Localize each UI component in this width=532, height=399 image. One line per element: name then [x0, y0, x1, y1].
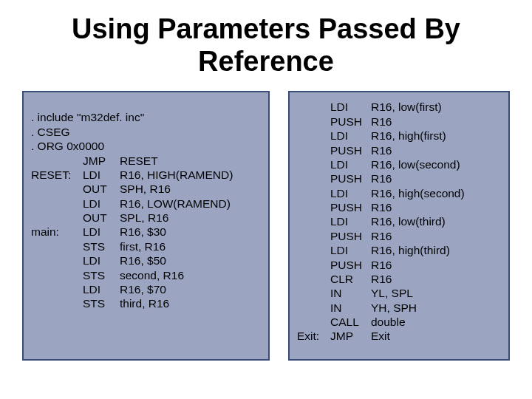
code-row: LDI R16, high(first): [297, 129, 501, 143]
code-row: LDI R16, high(second): [297, 186, 501, 200]
code-row: OUT SPL, R16: [31, 211, 261, 225]
row-arg: R16: [371, 143, 501, 157]
row-arg: R16, high(first): [371, 129, 501, 143]
row-op: PUSH: [330, 229, 371, 243]
row-label: [297, 100, 330, 114]
row-arg: YL, SPL: [371, 286, 501, 300]
code-row: STS third, R16: [31, 296, 261, 310]
code-row: Exit: JMP Exit: [297, 329, 501, 343]
row-arg: R16: [371, 258, 501, 272]
row-op: IN: [330, 301, 371, 315]
row-arg: R16: [371, 200, 501, 214]
row-label: [31, 253, 83, 267]
code-row: LDI R16, high(third): [297, 243, 501, 257]
row-label: [31, 296, 83, 310]
row-label: [31, 268, 83, 282]
row-arg: R16, low(first): [371, 100, 501, 114]
row-op: LDI: [83, 197, 120, 211]
row-arg: first, R16: [120, 239, 261, 253]
spacer: [31, 100, 261, 110]
code-row: LDI R16, $70: [31, 282, 261, 296]
code-row: PUSH R16: [297, 258, 501, 272]
row-op: OUT: [83, 182, 120, 196]
code-row: PUSH R16: [297, 229, 501, 243]
row-op: CLR: [330, 272, 371, 286]
row-op: LDI: [330, 186, 371, 200]
code-row: PUSH R16: [297, 171, 501, 185]
header-line: . ORG 0x0000: [31, 139, 261, 153]
row-label: main:: [31, 225, 83, 239]
code-row: LDI R16, low(third): [297, 214, 501, 228]
row-op: LDI: [330, 157, 371, 171]
row-label: [297, 286, 330, 300]
code-row: CLR R16: [297, 272, 501, 286]
row-arg: R16, high(third): [371, 243, 501, 257]
row-op: STS: [83, 268, 120, 282]
row-op: LDI: [83, 282, 120, 296]
code-row: IN YH, SPH: [297, 301, 501, 315]
code-row: PUSH R16: [297, 115, 501, 129]
row-op: LDI: [83, 253, 120, 267]
row-arg: Exit: [371, 329, 501, 343]
row-arg: SPL, R16: [120, 211, 261, 225]
row-op: PUSH: [330, 258, 371, 272]
row-label: [31, 239, 83, 253]
row-arg: R16, high(second): [371, 186, 501, 200]
row-label: [297, 258, 330, 272]
row-label: Exit:: [297, 329, 330, 343]
row-op: STS: [83, 239, 120, 253]
code-row: RESET: LDI R16, HIGH(RAMEND): [31, 168, 261, 182]
row-arg: R16: [371, 115, 501, 129]
code-row: PUSH R16: [297, 143, 501, 157]
row-op: LDI: [330, 100, 371, 114]
row-label: [297, 315, 330, 329]
row-arg: R16, $70: [120, 282, 261, 296]
code-row: LDI R16, $50: [31, 253, 261, 267]
row-op: LDI: [83, 225, 120, 239]
code-panel-left: . include "m32def. inc" . CSEG . ORG 0x0…: [22, 91, 270, 361]
header-line: . CSEG: [31, 125, 261, 139]
row-op: IN: [330, 286, 371, 300]
row-op: JMP: [83, 154, 120, 168]
code-row: STS second, R16: [31, 268, 261, 282]
row-label: [297, 115, 330, 129]
row-label: [297, 272, 330, 286]
row-arg: R16: [371, 229, 501, 243]
code-row: LDI R16, low(second): [297, 157, 501, 171]
row-op: STS: [83, 296, 120, 310]
code-row: LDI R16, low(first): [297, 100, 501, 114]
row-label: RESET:: [31, 168, 83, 182]
row-label: [297, 243, 330, 257]
code-row: main: LDI R16, $30: [31, 225, 261, 239]
row-arg: R16, low(third): [371, 214, 501, 228]
code-row: JMP RESET: [31, 154, 261, 168]
row-label: [297, 301, 330, 315]
row-label: [297, 186, 330, 200]
row-arg: YH, SPH: [371, 301, 501, 315]
code-row: CALL double: [297, 315, 501, 329]
row-op: OUT: [83, 211, 120, 225]
row-label: [31, 211, 83, 225]
row-op: PUSH: [330, 171, 371, 185]
row-label: [297, 214, 330, 228]
row-arg: R16, low(second): [371, 157, 501, 171]
row-arg: double: [371, 315, 501, 329]
slide-title: Using Parameters Passed By Reference: [22, 13, 510, 78]
row-arg: R16, LOW(RAMEND): [120, 197, 261, 211]
row-op: JMP: [330, 329, 371, 343]
code-row: LDI R16, LOW(RAMEND): [31, 197, 261, 211]
row-arg: RESET: [120, 154, 261, 168]
row-arg: SPH, R16: [120, 182, 261, 196]
row-label: [31, 154, 83, 168]
row-arg: R16, $30: [120, 225, 261, 239]
row-label: [31, 197, 83, 211]
row-label: [297, 143, 330, 157]
code-row: IN YL, SPL: [297, 286, 501, 300]
row-label: [297, 171, 330, 185]
code-panel-right: LDI R16, low(first) PUSH R16 LDI R16, hi…: [288, 91, 510, 361]
row-arg: third, R16: [120, 296, 261, 310]
row-label: [297, 157, 330, 171]
row-label: [297, 129, 330, 143]
row-op: LDI: [330, 129, 371, 143]
code-row: OUT SPH, R16: [31, 182, 261, 196]
